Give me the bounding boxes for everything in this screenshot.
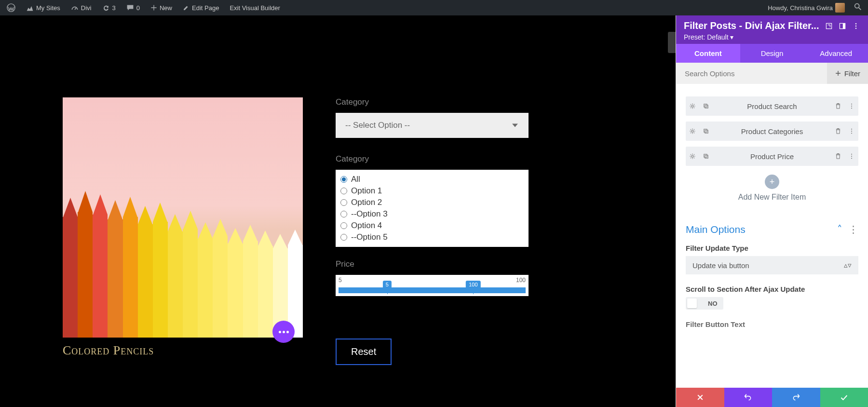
plus-icon	[835, 70, 841, 77]
product-image[interactable]	[63, 97, 303, 338]
radio-input[interactable]	[340, 211, 347, 217]
section-main-options[interactable]: Main Options ˄ ⋮	[686, 224, 858, 235]
module-options-fab[interactable]	[272, 321, 295, 343]
radio-input[interactable]	[340, 188, 347, 194]
trash-icon[interactable]	[831, 103, 845, 109]
search-icon	[854, 2, 862, 11]
trash-icon[interactable]	[831, 128, 845, 135]
panel-title: Filter Posts - Divi Ajax Filter...	[684, 20, 820, 31]
close-button[interactable]	[676, 388, 724, 407]
howdy-user[interactable]: Howdy, Christina Gwira	[764, 0, 849, 15]
section-title-text: Main Options	[686, 224, 837, 235]
tab-design[interactable]: Design	[740, 44, 804, 63]
svg-point-21	[851, 133, 852, 134]
snap-icon[interactable]	[838, 22, 847, 30]
admin-search[interactable]	[851, 2, 865, 14]
radio-option-5[interactable]: --Option 5	[340, 231, 524, 243]
product-title[interactable]: Colored Pencils	[63, 343, 304, 358]
search-options-input[interactable]	[676, 64, 827, 83]
more-icon[interactable]	[845, 128, 858, 135]
price-min: 5	[339, 277, 342, 284]
select-placeholder: -- Select Option --	[345, 121, 410, 130]
filter-item-label: Product Categories	[713, 127, 831, 136]
duplicate-icon[interactable]	[699, 103, 713, 109]
chevron-up-icon: ˄	[837, 224, 842, 235]
trash-icon[interactable]	[831, 153, 845, 160]
filters-column: Category -- Select Option -- Category Al…	[336, 97, 529, 407]
redo-button[interactable]	[772, 388, 820, 407]
svg-rect-4	[826, 23, 831, 28]
radio-input[interactable]	[340, 222, 347, 229]
add-filter-button[interactable]: Filter	[827, 63, 868, 84]
radio-option-1[interactable]: Option 1	[340, 185, 524, 197]
radio-input[interactable]	[340, 199, 347, 206]
radio-option-2[interactable]: Option 2	[340, 197, 524, 208]
svg-rect-24	[705, 155, 708, 158]
radio-input[interactable]	[340, 234, 347, 241]
filter-update-type-select[interactable]: Update via button ▵▿	[686, 256, 858, 274]
avatar	[835, 3, 845, 13]
filter-item-product-search[interactable]: Product Search	[686, 96, 858, 116]
radio-all[interactable]: All	[340, 174, 524, 185]
reset-button[interactable]: Reset	[336, 339, 392, 365]
my-sites[interactable]: My Sites	[22, 0, 64, 15]
save-button[interactable]	[820, 388, 868, 407]
filter-item-label: Product Search	[713, 102, 831, 110]
site-divi[interactable]: Divi	[67, 0, 95, 15]
more-icon[interactable]	[845, 103, 858, 109]
updates-count: 3	[112, 4, 116, 12]
undo-button[interactable]	[724, 388, 773, 407]
filter-item-product-categories[interactable]: Product Categories	[686, 122, 858, 141]
gear-icon[interactable]	[686, 128, 699, 135]
add-filter-item-button[interactable]: +	[765, 175, 779, 189]
svg-point-13	[851, 104, 852, 105]
duplicate-icon[interactable]	[699, 153, 713, 160]
undo-icon	[744, 393, 752, 401]
radio-option-3[interactable]: --Option 3	[340, 208, 524, 220]
price-max: 100	[516, 277, 526, 284]
comments[interactable]: 0	[122, 0, 144, 15]
more-icon[interactable]	[845, 153, 858, 160]
gear-icon[interactable]	[686, 103, 699, 109]
svg-rect-6	[843, 23, 845, 28]
svg-point-16	[692, 130, 693, 132]
select-value: Update via button	[692, 261, 844, 270]
pencils-illustration	[63, 189, 303, 338]
exit-vb-label: Exit Visual Builder	[230, 4, 280, 12]
preset-selector[interactable]: Preset: Default ▾	[684, 33, 860, 41]
tab-advanced[interactable]: Advanced	[804, 44, 868, 63]
svg-point-10	[692, 105, 693, 107]
new[interactable]: New	[147, 0, 176, 15]
check-icon	[840, 393, 848, 401]
category-label-1: Category	[336, 97, 529, 107]
tab-content[interactable]: Content	[676, 44, 740, 63]
svg-line-1	[75, 8, 76, 10]
updates[interactable]: 3	[98, 0, 120, 15]
pencil-icon	[183, 4, 190, 11]
svg-rect-17	[704, 129, 707, 132]
category-select[interactable]: -- Select Option --	[336, 113, 529, 138]
wp-logo[interactable]	[3, 0, 19, 15]
redo-icon	[792, 393, 800, 401]
svg-point-25	[851, 154, 852, 155]
gear-icon[interactable]	[686, 153, 699, 160]
filter-item-product-price[interactable]: Product Price	[686, 147, 858, 166]
scroll-toggle[interactable]	[686, 297, 702, 310]
price-slider[interactable]: 5 100 5 100	[336, 275, 529, 296]
radio-option-4[interactable]: Option 4	[340, 220, 524, 231]
slider-track[interactable]: 5 100	[339, 287, 526, 293]
sites-icon	[26, 4, 34, 12]
edit-page[interactable]: Edit Page	[179, 0, 223, 15]
wp-admin-bar: My Sites Divi 3 0 New Edit Page Exit Vis…	[0, 0, 868, 15]
panel-tabs: Content Design Advanced	[676, 44, 868, 63]
svg-rect-11	[704, 104, 707, 107]
svg-point-26	[851, 156, 852, 157]
scroll-to-section-label: Scroll to Section After Ajax Update	[686, 285, 858, 293]
more-icon[interactable]	[852, 22, 860, 30]
exit-visual-builder[interactable]: Exit Visual Builder	[226, 0, 284, 15]
filter-button-text-label: Filter Button Text	[686, 320, 858, 328]
duplicate-icon[interactable]	[699, 128, 713, 135]
expand-icon[interactable]	[825, 22, 833, 30]
radio-input[interactable]	[340, 176, 347, 183]
more-icon[interactable]: ⋮	[848, 224, 858, 235]
